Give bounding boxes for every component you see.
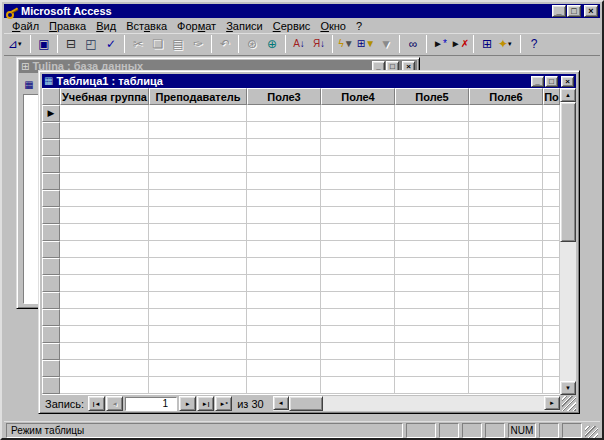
table-cell[interactable] [469, 343, 543, 360]
record-selector[interactable] [42, 190, 60, 207]
table-cell[interactable] [395, 326, 469, 343]
sort-ascending-button[interactable]: А↓ [289, 35, 309, 54]
menu-формат[interactable]: Формат [172, 19, 221, 33]
column-header-поле6[interactable]: Поле6 [469, 88, 543, 105]
table-cell[interactable] [543, 258, 560, 275]
column-header-преподаватель[interactable]: Преподаватель [149, 88, 247, 105]
table-cell[interactable] [247, 105, 321, 122]
table-cell[interactable] [395, 309, 469, 326]
table-cell[interactable] [247, 360, 321, 377]
table-cell[interactable] [149, 377, 247, 394]
record-selector[interactable] [42, 343, 60, 360]
record-selector[interactable] [42, 377, 60, 394]
filter-by-selection-button[interactable]: ϟ▼ [336, 35, 356, 54]
record-selector[interactable] [42, 122, 60, 139]
table-cell[interactable] [321, 360, 395, 377]
table-cell[interactable] [469, 207, 543, 224]
table-cell[interactable] [247, 224, 321, 241]
horizontal-scroll-thumb[interactable] [289, 396, 323, 411]
table-cell[interactable] [60, 292, 149, 309]
table-cell[interactable] [149, 156, 247, 173]
table-cell[interactable] [321, 105, 395, 122]
table-cell[interactable] [395, 377, 469, 394]
table-cell[interactable] [60, 105, 149, 122]
table-cell[interactable] [321, 190, 395, 207]
menu-вид[interactable]: Вид [91, 19, 121, 33]
table-cell[interactable] [543, 241, 560, 258]
table-cell[interactable] [469, 377, 543, 394]
print-button[interactable]: ⊟ [61, 35, 81, 54]
help-button[interactable]: ? [524, 35, 544, 54]
table-cell[interactable] [60, 377, 149, 394]
delete-record-button[interactable]: ►✗ [450, 35, 470, 54]
record-selector[interactable] [42, 326, 60, 343]
table-cell[interactable] [60, 139, 149, 156]
table-cell[interactable] [149, 139, 247, 156]
table-cell[interactable] [395, 292, 469, 309]
table-cell[interactable] [149, 292, 247, 309]
table-cell[interactable] [543, 190, 560, 207]
table-maximize-button[interactable]: □ [545, 76, 558, 87]
table-cell[interactable] [247, 173, 321, 190]
table-cell[interactable] [321, 309, 395, 326]
menu-?[interactable]: ? [351, 19, 367, 33]
last-record-button[interactable]: ►| [197, 396, 214, 411]
table-cell[interactable] [149, 309, 247, 326]
table-cell[interactable] [395, 105, 469, 122]
table-cell[interactable] [543, 377, 560, 394]
table-cell[interactable] [543, 360, 560, 377]
table-cell[interactable] [60, 275, 149, 292]
column-header-учебная группа[interactable]: Учебная группа [60, 88, 149, 105]
table-cell[interactable] [395, 360, 469, 377]
tables-tab-icon[interactable]: ▦ [23, 79, 35, 91]
scroll-left-button[interactable]: ◄ [273, 396, 289, 410]
table-cell[interactable] [149, 241, 247, 258]
new-object-dropdown-arrow[interactable]: ▾ [508, 38, 516, 50]
scroll-down-button[interactable]: ▼ [560, 381, 576, 395]
table-cell[interactable] [321, 275, 395, 292]
table-cell[interactable] [469, 360, 543, 377]
table-cell[interactable] [395, 275, 469, 292]
table-cell[interactable] [60, 156, 149, 173]
table-cell[interactable] [247, 122, 321, 139]
table-cell[interactable] [60, 258, 149, 275]
table-cell[interactable] [149, 207, 247, 224]
table-cell[interactable] [247, 377, 321, 394]
horizontal-scroll-track[interactable] [323, 396, 544, 411]
table-cell[interactable] [149, 122, 247, 139]
close-button[interactable]: × [584, 5, 598, 17]
table-cell[interactable] [247, 258, 321, 275]
column-header-поле5[interactable]: Поле5 [395, 88, 469, 105]
table-cell[interactable] [543, 292, 560, 309]
sort-descending-button[interactable]: Я↓ [309, 35, 329, 54]
table-cell[interactable] [395, 173, 469, 190]
table-cell[interactable] [543, 326, 560, 343]
table-cell[interactable] [469, 275, 543, 292]
table-cell[interactable] [149, 326, 247, 343]
table-cell[interactable] [543, 139, 560, 156]
table-cell[interactable] [149, 105, 247, 122]
maximize-button[interactable]: □ [567, 5, 581, 17]
table-cell[interactable] [60, 326, 149, 343]
database-window-button[interactable]: ⊞ [477, 35, 497, 54]
menu-вставка[interactable]: Вставка [121, 19, 172, 33]
web-toolbar-button[interactable]: ⊕ [262, 35, 282, 54]
table-cell[interactable] [321, 343, 395, 360]
table-cell[interactable] [247, 309, 321, 326]
record-selector[interactable] [42, 309, 60, 326]
table-cell[interactable] [543, 122, 560, 139]
table-cell[interactable] [543, 207, 560, 224]
vertical-scroll-track[interactable] [560, 242, 576, 381]
table-cell[interactable] [321, 258, 395, 275]
table-cell[interactable] [321, 156, 395, 173]
table-cell[interactable] [321, 241, 395, 258]
table-cell[interactable] [395, 343, 469, 360]
table-cell[interactable] [321, 139, 395, 156]
table-cell[interactable] [247, 292, 321, 309]
column-header-по[interactable]: По [543, 88, 560, 105]
menu-окно[interactable]: Окно [315, 19, 351, 33]
record-selector[interactable] [42, 258, 60, 275]
table-cell[interactable] [395, 139, 469, 156]
table-cell[interactable] [395, 224, 469, 241]
scroll-up-button[interactable]: ▲ [560, 88, 576, 102]
